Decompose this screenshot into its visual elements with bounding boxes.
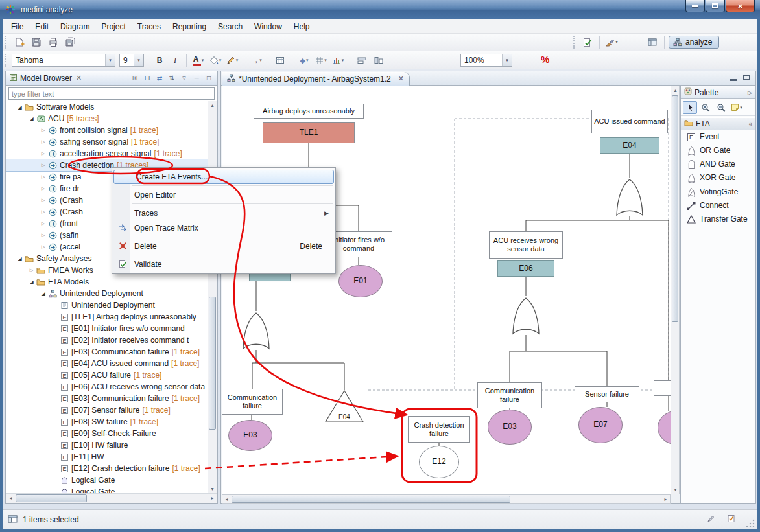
twisty-icon[interactable]: ▷: [27, 268, 36, 273]
diagram-top-event-tle1[interactable]: TLE1: [263, 122, 355, 143]
view-menu-icon[interactable]: ▽: [179, 73, 189, 84]
tree-item-logical-gate[interactable]: Logical Gate: [6, 474, 208, 486]
transfer-gate[interactable]: E04: [325, 390, 364, 422]
twisty-icon[interactable]: ▷: [39, 198, 47, 203]
tree-item-tle1-airbag-deploys-unreasonably[interactable]: E[TLE1] Airbag deploys unreasonably: [6, 311, 208, 323]
twisty-icon[interactable]: ▷: [39, 233, 47, 238]
status-edit-icon[interactable]: [707, 515, 715, 525]
menu-reporting[interactable]: Reporting: [167, 21, 212, 32]
palette-item-votinggate[interactable]: VotingGate: [681, 185, 755, 199]
tree-item-e03-communication-failure[interactable]: E[E03] Communication failure[1 trace]: [6, 393, 208, 404]
twisty-icon[interactable]: ▷: [39, 209, 47, 214]
maximize-button[interactable]: [706, 0, 725, 12]
tree-item-accelleration-sensor-signal[interactable]: ▷accelleration sensor signal[1 trace]: [6, 148, 208, 159]
arrow-style-button[interactable]: →▾: [248, 53, 264, 67]
new-wizard-button[interactable]: [12, 35, 27, 49]
diagram-label-box-communication-failure[interactable]: Communication failure: [477, 382, 542, 408]
tree-item-e01-initiator-fires-w-o-command[interactable]: E[E01] Initiator fires w/o command: [6, 323, 208, 334]
context-menu-item-open-trace-matrix[interactable]: Open Trace Matrix: [112, 220, 335, 235]
scroll-right-icon[interactable]: ▸: [208, 494, 217, 502]
twisty-icon[interactable]: ◢: [27, 116, 36, 122]
context-menu-item-traces[interactable]: Traces▶: [112, 205, 335, 220]
diagram-label-box-crash-detection-failure[interactable]: Crash detection failure: [408, 416, 470, 443]
twisty-icon[interactable]: ▷: [39, 139, 47, 145]
palette-item-and-gate[interactable]: AND Gate: [681, 157, 755, 171]
save-all-button[interactable]: [62, 35, 78, 49]
diagram-label-box[interactable]: [654, 380, 671, 396]
tree-item-e07-sensor-failure[interactable]: E[E07] Sensor failure[1 trace]: [6, 404, 208, 416]
zoom-combo[interactable]: 100% ▾: [460, 54, 512, 67]
twisty-icon[interactable]: ▷: [39, 174, 47, 179]
diagram-event-ref-e06[interactable]: E06: [497, 260, 554, 277]
diagram-event-circle-e12[interactable]: E12: [419, 446, 459, 478]
palette-item-xor-gate[interactable]: XOR Gate: [681, 171, 755, 185]
minimize-button[interactable]: [685, 0, 705, 12]
or-gate[interactable]: [242, 311, 270, 350]
diagram-basic-event-e03[interactable]: E03: [488, 410, 532, 445]
diagram-label-box-acu-issued-command[interactable]: ACU issued command: [591, 110, 668, 133]
collapse-all-icon[interactable]: ⊟: [142, 73, 152, 84]
scroll-thumb[interactable]: [16, 494, 87, 502]
note-tool[interactable]: ▾: [730, 101, 744, 114]
scroll-up-icon[interactable]: ▴: [671, 86, 680, 95]
tree-item-fta-models[interactable]: ◢FTA Models: [6, 276, 208, 288]
twisty-icon[interactable]: ▷: [39, 186, 47, 191]
diagram-event-ref-e04[interactable]: E04: [600, 137, 659, 154]
scroll-left-icon[interactable]: ◂: [222, 495, 231, 503]
match-height-button[interactable]: [371, 53, 386, 67]
tree-item-logical-gate[interactable]: Logical Gate: [6, 486, 208, 493]
palette-item-event[interactable]: EEvent: [681, 130, 755, 144]
twisty-icon[interactable]: ▷: [39, 221, 47, 226]
status-task-icon[interactable]: [727, 515, 735, 525]
menu-diagram[interactable]: Diagram: [54, 21, 95, 32]
twisty-icon[interactable]: ◢: [39, 291, 47, 297]
percent-toggle[interactable]: %: [541, 54, 549, 65]
font-family-combo[interactable]: Tahoma ▾: [12, 54, 115, 67]
context-menu-item-delete[interactable]: DeleteDelete: [112, 238, 335, 253]
twisty-icon[interactable]: ▷: [39, 151, 47, 156]
twisty-icon[interactable]: ▷: [39, 244, 47, 249]
table-button[interactable]: [272, 53, 288, 67]
twisty-icon[interactable]: ◢: [16, 104, 24, 110]
tree-item-unintended-deployment[interactable]: Unintended Deployment: [6, 299, 208, 311]
menu-file[interactable]: File: [5, 21, 29, 32]
palette-section-fta[interactable]: FTA «: [681, 117, 755, 130]
collapse-palette-icon[interactable]: ▷: [748, 89, 752, 96]
chart-style-button[interactable]: ▾: [330, 53, 346, 67]
scroll-right-icon[interactable]: ▸: [661, 495, 670, 503]
or-gate[interactable]: [615, 178, 644, 216]
match-width-button[interactable]: [354, 53, 370, 67]
italic-button[interactable]: I: [168, 53, 182, 67]
twisty-icon[interactable]: ◢: [16, 256, 24, 262]
zoom-in-tool[interactable]: [698, 101, 713, 114]
menu-project[interactable]: Project: [95, 21, 131, 32]
diagram-label-box-acu-receives-wrong-sensor-data[interactable]: ACU receives wrong sensor data: [489, 231, 563, 259]
print-button[interactable]: [45, 35, 61, 49]
editor-vertical-scrollbar[interactable]: ▴ ▾: [671, 86, 680, 494]
context-menu-item-open-editor[interactable]: Open Editor: [112, 187, 335, 202]
maximize-editor-icon[interactable]: [743, 75, 750, 80]
resize-grip[interactable]: [746, 518, 755, 527]
tree-item-front-collision-signal[interactable]: ▷front collision signal[1 trace]: [6, 124, 208, 136]
twisty-icon[interactable]: ▷: [39, 128, 47, 133]
close-view-icon[interactable]: ✕: [76, 74, 82, 82]
grid-style-button[interactable]: ▾: [313, 53, 329, 67]
tree-item-e02-initiator-receives-command-t[interactable]: E[E02] Initiator receives command t: [6, 334, 208, 346]
format-brush-button[interactable]: ▾: [604, 35, 619, 49]
perspective-analyze-button[interactable]: analyze: [669, 36, 719, 49]
close-tab-icon[interactable]: ✕: [398, 75, 404, 83]
twisty-icon[interactable]: ▷: [39, 163, 47, 168]
pin-section-icon[interactable]: «: [748, 121, 752, 128]
diagram-basic-event-e03[interactable]: E03: [228, 420, 272, 451]
save-button[interactable]: [29, 35, 44, 49]
menu-window[interactable]: Window: [248, 21, 288, 32]
tree-item-e08-sw-failure[interactable]: E[E08] SW failure[1 trace]: [6, 416, 208, 428]
diagram-label-box-communication-failure[interactable]: Communication failure: [222, 389, 283, 415]
sort-icon[interactable]: ⇅: [167, 73, 177, 84]
diagram-label-box-airbag-deploys-unreasonably[interactable]: Airbag deploys unreasonably: [254, 104, 364, 119]
tree-item-safing-sensor-signal[interactable]: ▷safing sensor signal[1 trace]: [6, 136, 208, 148]
tree-vertical-scrollbar[interactable]: ▴ ▾: [208, 101, 217, 493]
tree-item-e11-hw[interactable]: E[E11] HW: [6, 451, 208, 463]
line-color-button[interactable]: ▾: [224, 53, 240, 67]
validate-button[interactable]: [580, 35, 595, 49]
